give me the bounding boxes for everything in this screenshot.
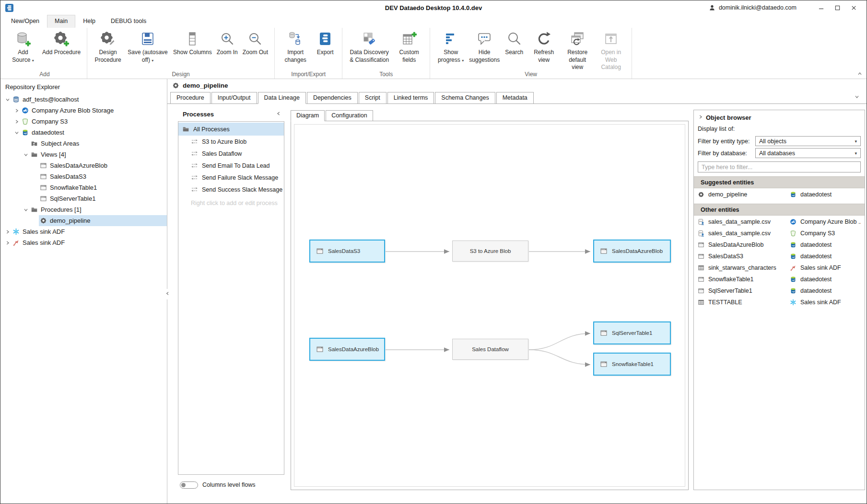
custom-fields-button[interactable]: Custom fields — [392, 30, 426, 65]
entity-row-sales-data-sample-csv[interactable]: csvsales_data_sample.csvCompany Azure Bl… — [698, 216, 861, 227]
main-panel: demo_pipeline ProcedureInput/OutputData … — [167, 79, 867, 504]
chevron-right-icon[interactable] — [3, 240, 12, 246]
database-filter-select[interactable]: All databases▾ — [755, 148, 861, 158]
chevron-right-icon[interactable] — [12, 108, 21, 114]
process-item-send-failure-slack-message[interactable]: Send Failure Slack Message — [178, 172, 284, 183]
refresh-view-button[interactable]: Refresh view — [527, 30, 561, 65]
view-icon — [40, 184, 47, 191]
chevron-down-icon[interactable] — [22, 152, 30, 158]
svg-text:sql: sql — [792, 278, 795, 281]
view-icon — [40, 195, 47, 202]
zoom-in-button[interactable]: Zoom In — [214, 30, 240, 57]
columns-level-flows-toggle[interactable] — [180, 481, 198, 489]
diagram-node-salesdataazureblob[interactable]: SalesDataAzureBlob — [593, 240, 671, 263]
entity-row-salesdatas3[interactable]: SalesDataS3sqldataedotest — [698, 251, 861, 262]
tree-item-salesdatas3[interactable]: SalesDataS3 — [0, 171, 167, 182]
tab-list-dropdown-icon[interactable] — [854, 94, 860, 101]
tree-item-sales-sink-adf[interactable]: Sales sink ADF — [0, 237, 167, 248]
tree-item-salesdataazureblob[interactable]: SalesDataAzureBlob — [0, 160, 167, 171]
restore-default-view-button[interactable]: Restore default view — [561, 30, 594, 72]
tree-item-dataedotest[interactable]: sqldataedotest — [0, 127, 167, 138]
hide-suggestions-button[interactable]: Hide suggestions — [468, 30, 501, 65]
add-source-button[interactable]: Add Source ▾ — [6, 30, 40, 65]
tab-schema-changes[interactable]: Schema Changes — [435, 92, 495, 104]
process-item-send-success-slack-message[interactable]: Send Success Slack Message — [178, 183, 284, 195]
tree-item-demo-pipeline[interactable]: demo_pipeline — [0, 215, 167, 226]
minimize-icon — [818, 5, 824, 11]
import-changes-button[interactable]: Import changes — [279, 30, 312, 65]
tab-linked-terms[interactable]: Linked terms — [387, 92, 434, 104]
ribbon-tab-main[interactable]: Main — [47, 15, 75, 28]
show-progress-button[interactable]: Show progress ▾ — [434, 30, 468, 65]
tree-item-views-4[interactable]: Views [4] — [0, 149, 167, 160]
tab-input-output[interactable]: Input/Output — [211, 92, 257, 104]
entity-row-testtable[interactable]: TESTTABLESales sink ADF — [698, 297, 861, 308]
close-button[interactable] — [845, 1, 862, 14]
add-procedure-button[interactable]: Add Procedure — [40, 30, 83, 57]
tree-item-snowflaketable1[interactable]: SnowflakeTable1 — [0, 182, 167, 193]
tree-item-adf-tests-localhost[interactable]: adf_tests@localhost — [0, 94, 167, 105]
ribbon-tab-debug-tools[interactable]: DEBUG tools — [103, 15, 154, 28]
tree-item-sales-sink-adf[interactable]: Sales sink ADF — [0, 226, 167, 237]
object-browser-header[interactable]: Object browser — [698, 113, 861, 125]
tree-item-company-s3[interactable]: Company S3 — [0, 116, 167, 127]
tab-metadata[interactable]: Metadata — [496, 92, 534, 104]
export-button[interactable]: Export — [312, 30, 338, 57]
entity-row-snowflaketable1[interactable]: SnowflakeTable1sqldataedotest — [698, 274, 861, 285]
save-autosave-off-button[interactable]: Save (autosave off) ▾ — [125, 30, 171, 65]
process-item-send-email-to-data-lead[interactable]: Send Email To Data Lead — [178, 160, 284, 172]
ribbon-tab-new-open[interactable]: New/Open — [3, 15, 47, 28]
search-button[interactable]: Search — [501, 30, 527, 57]
show-columns-button[interactable]: Show Columns — [171, 30, 214, 57]
diagram-node-salesdatas3[interactable]: SalesDataS3 — [309, 240, 385, 263]
lineage-diagram-canvas[interactable]: SalesDataS3S3 to Azure BlobSalesDataAzur… — [291, 121, 689, 490]
entity-row-salesdataazureblob[interactable]: SalesDataAzureBlobsqldataedotest — [698, 239, 861, 250]
web-catalog-icon — [603, 31, 619, 46]
chevron-right-icon[interactable] — [3, 229, 12, 235]
process-item-sales-dataflow[interactable]: Sales Dataflow — [178, 148, 284, 160]
tab-configuration[interactable]: Configuration — [326, 110, 373, 121]
collapse-panel-icon[interactable] — [276, 111, 281, 118]
zoom-out-button[interactable]: Zoom Out — [240, 30, 270, 57]
tab-procedure[interactable]: Procedure — [170, 92, 211, 104]
chevron-down-icon[interactable] — [3, 97, 12, 103]
tab-dependencies[interactable]: Dependencies — [307, 92, 358, 104]
chevron-down-icon[interactable] — [12, 130, 21, 136]
tree-item-label: SalesDataS3 — [50, 173, 86, 180]
chevron-right-icon[interactable] — [12, 119, 21, 125]
ribbon-tab-help[interactable]: Help — [75, 15, 103, 28]
entity-row-sink-starwars-characters[interactable]: sink_starwars_charactersSales sink ADF — [698, 262, 861, 273]
diagram-node-sales-dataflow[interactable]: Sales Dataflow — [452, 339, 528, 360]
tree-item-subject-areas[interactable]: Subject Areas — [0, 138, 167, 149]
entity-row-sales-data-sample-csv[interactable]: csvsales_data_sample.csvCompany S3 — [698, 228, 861, 239]
discovery-icon — [362, 31, 377, 46]
tree-item-procedures-1[interactable]: Procedures [1] — [0, 204, 167, 215]
diagram-node-salesdataazureblob[interactable]: SalesDataAzureBlob — [309, 338, 385, 361]
maximize-button[interactable] — [829, 1, 845, 14]
sidebar-collapse-handle[interactable] — [164, 289, 171, 299]
tree-item-company-azure-blob-storage[interactable]: Company Azure Blob Storage — [0, 105, 167, 116]
process-item-s3-to-azure-blob[interactable]: S3 to Azure Blob — [178, 136, 284, 148]
tab-diagram[interactable]: Diagram — [291, 110, 325, 121]
account-menu[interactable]: dominik.ilnicki@dataedo.com — [709, 4, 797, 11]
diagram-node-s3-to-azure-blob[interactable]: S3 to Azure Blob — [452, 241, 528, 262]
svg-text:sql: sql — [23, 132, 26, 135]
design-procedure-button[interactable]: Design Procedure — [91, 30, 125, 65]
process-item-all-processes[interactable]: All Processes — [178, 123, 284, 136]
tab-script[interactable]: Script — [359, 92, 387, 104]
tab-data-lineage[interactable]: Data Lineage — [258, 92, 306, 104]
minimize-button[interactable] — [813, 1, 829, 14]
entity-row-sqlservertable1[interactable]: SqlServerTable1sqldataedotest — [698, 285, 861, 296]
diagram-node-snowflaketable1[interactable]: SnowflakeTable1 — [593, 353, 671, 376]
entity-type-filter-select[interactable]: All objects▾ — [755, 136, 861, 146]
chevron-down-icon[interactable] — [22, 207, 30, 213]
tree-item-sqlservertable1[interactable]: SqlServerTable1 — [0, 193, 167, 204]
chevron-right-icon — [698, 114, 703, 121]
process-icon — [191, 174, 198, 181]
diagram-node-sqlservertable1[interactable]: SqlServerTable1 — [593, 321, 671, 344]
ribbon-collapse-button[interactable] — [857, 71, 863, 78]
data-discovery-classification-button[interactable]: Data Discovery & Classification — [346, 30, 392, 65]
object-filter-input[interactable] — [698, 161, 861, 172]
entity-row-demo-pipeline[interactable]: demo_pipelinesqldataedotest — [698, 189, 861, 200]
search-icon — [506, 31, 522, 46]
